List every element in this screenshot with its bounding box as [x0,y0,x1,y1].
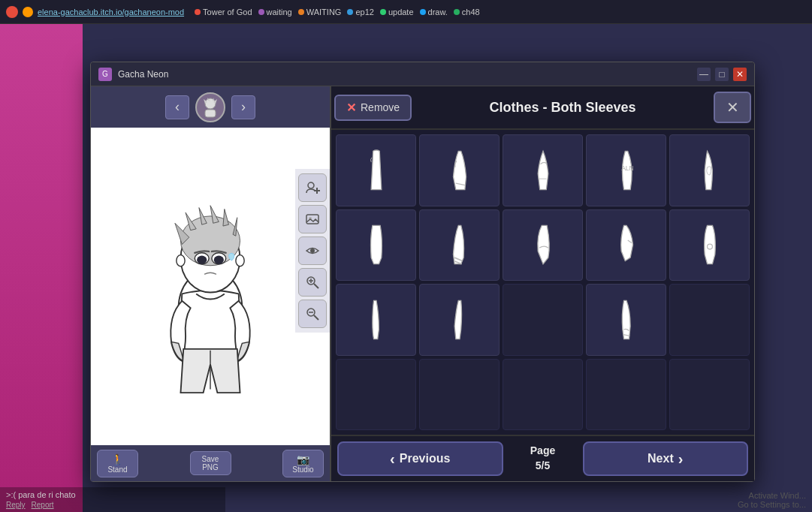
tab-waiting[interactable]: waiting [258,8,292,17]
add-character-button[interactable] [298,173,327,202]
window-title: Gacha Neon [118,69,697,80]
reply-link[interactable]: Reply [6,501,26,509]
remove-button[interactable]: ✕ Remove [334,95,412,121]
svg-text:ALN: ALN [621,164,634,172]
tab-ep12[interactable]: ep12 [347,8,373,17]
right-panel: ✕ Remove Clothes - Both Sleeves ✕ [331,86,754,481]
remove-x-icon: ✕ [346,101,356,115]
tab-tower-of-god[interactable]: Tower of God [195,8,252,17]
chat-area: >:( para de ri chato Reply Report [0,487,225,512]
svg-point-22 [308,182,314,188]
close-tab-icon[interactable] [6,6,18,18]
tab-ch48[interactable]: ch48 [454,8,480,17]
grid-cell-empty [503,359,583,431]
svg-rect-25 [306,215,318,224]
grid-cell-empty [669,359,750,431]
next-character-button[interactable]: › [231,95,255,119]
svg-point-21 [236,254,244,266]
maximize-button[interactable]: □ [715,68,729,81]
window-controls: — □ ✕ [697,68,747,81]
titlebar: G Gacha Neon — □ ✕ [91,62,754,86]
report-link[interactable]: Report [32,501,54,509]
tab-dot [258,9,264,15]
taskbar: elena-gachaclub.itch.io/gachaneon-mod To… [0,0,812,24]
svg-point-20 [177,254,185,266]
grid-item[interactable] [419,134,500,206]
character-avatar [195,92,225,122]
eye-button[interactable] [298,236,327,265]
zoom-out-button[interactable] [298,300,327,328]
zoom-in-button[interactable] [298,268,327,297]
svg-point-18 [197,255,207,264]
grid-item[interactable] [336,134,416,206]
studio-button[interactable]: 📷 Studio [282,450,324,477]
tool-buttons [295,169,330,333]
browser-tabs: Tower of God waiting WAITING ep12 update… [195,8,480,17]
character-display [91,128,330,445]
app-icon: G [98,68,112,81]
grid-item[interactable] [336,284,416,356]
tab-dot [347,9,353,15]
bottom-action-bar: 🚶 Stand Save PNG 📷 Studio [91,445,330,481]
next-arrow-icon: › [678,450,684,468]
chat-message: >:( para de ri chato [6,490,219,499]
tab-draw[interactable]: draw. [420,8,448,17]
grid-cell-empty [503,284,583,356]
grid-item[interactable] [503,134,583,206]
stand-button[interactable]: 🚶 Stand [97,450,138,477]
avatar-icon [199,96,222,119]
svg-point-19 [214,255,224,264]
minimize-button[interactable]: — [697,68,711,81]
previous-button[interactable]: ‹ Previous [337,441,503,476]
next-button[interactable]: Next › [583,441,749,476]
tab-dot [380,9,386,15]
character-svg [135,167,285,407]
grid-item[interactable] [669,209,750,282]
svg-point-27 [310,248,315,253]
left-panel: ‹ › [91,86,331,481]
taskbar-url: elena-gachaclub.itch.io/gachaneon-mod [38,8,184,17]
next-label: Next [647,452,674,465]
pagination: ‹ Previous Page 5/5 Next › [331,435,754,481]
page-number: 5/5 [509,459,577,474]
save-png-button[interactable]: Save PNG [190,451,231,475]
activate-windows-notice: Activate Wind... Go to Settings to... [732,488,812,512]
svg-point-0 [205,98,216,109]
tab-dot [420,9,426,15]
prev-arrow-icon: ‹ [390,450,395,468]
tab-waiting2[interactable]: WAITING [298,8,342,17]
tab-dot [195,9,201,15]
grid-item[interactable] [419,284,500,356]
grid-cell-empty [669,284,750,356]
svg-line-33 [314,315,318,320]
chat-links: Reply Report [6,501,219,509]
prev-character-button[interactable]: ‹ [165,95,189,119]
grid-item[interactable]: ALN [586,134,666,206]
grid-item[interactable] [336,209,416,282]
close-button[interactable]: ✕ [733,68,747,81]
svg-marker-14 [223,209,229,226]
svg-line-29 [314,284,318,288]
grid-item[interactable] [586,209,666,282]
minimize-tab-icon[interactable] [23,7,33,17]
grid-cell-empty [336,359,416,431]
action-bar: ✕ Remove Clothes - Both Sleeves ✕ [331,86,754,130]
tab-dot [298,9,304,15]
window-content: ‹ › [91,86,754,481]
close-panel-button[interactable]: ✕ [714,92,751,123]
grid-item[interactable] [586,284,666,356]
grid-cell-empty [586,359,666,431]
pink-sidebar [0,24,83,512]
app-window: G Gacha Neon — □ ✕ ‹ [90,62,755,482]
previous-label: Previous [400,452,451,465]
desktop: G Gacha Neon — □ ✕ ‹ [0,24,812,512]
grid-item[interactable] [669,134,750,206]
image-button[interactable] [298,205,327,233]
category-title: Clothes - Both Sleeves [415,100,711,116]
grid-cell-empty [419,359,500,431]
tab-dot [454,9,460,15]
grid-item[interactable] [419,209,500,282]
tab-update[interactable]: update [380,8,414,17]
page-info: Page 5/5 [509,444,577,473]
grid-item[interactable] [503,209,583,282]
